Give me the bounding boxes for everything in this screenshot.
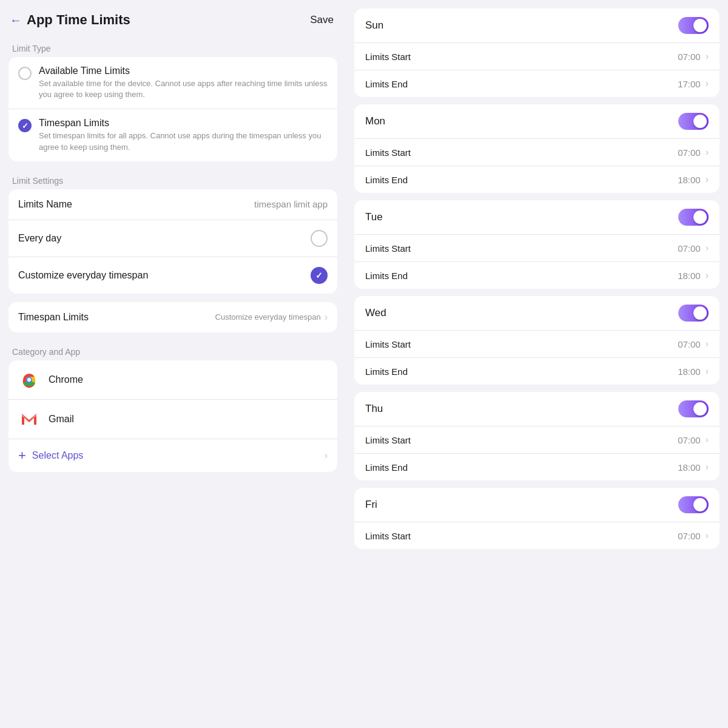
tue-limits-end-row[interactable]: Limits End 18:00 › — [354, 261, 720, 289]
wed-limits-start-value: 07:00 — [678, 339, 701, 349]
timespan-row-label: Timespan Limits — [18, 312, 89, 323]
save-button[interactable]: Save — [310, 14, 334, 26]
wed-day-name: Wed — [365, 307, 386, 319]
mon-limits-start-chevron: › — [706, 147, 709, 158]
thu-limits-end-chevron: › — [706, 462, 709, 473]
tue-limits-end-chevron: › — [706, 270, 709, 281]
sun-limits-end-row[interactable]: Limits End 17:00 › — [354, 70, 720, 97]
timespan-limits-radio[interactable] — [18, 119, 32, 132]
limits-name-label: Limits Name — [18, 199, 72, 210]
header-left: ← App Time Limits — [10, 12, 130, 28]
tue-limits-start-chevron: › — [706, 243, 709, 254]
sun-limits-start-row[interactable]: Limits Start 07:00 › — [354, 42, 720, 70]
mon-limits-start-row[interactable]: Limits Start 07:00 › — [354, 138, 720, 166]
mon-limits-end-row[interactable]: Limits End 18:00 › — [354, 166, 720, 193]
tue-limits-end-value: 18:00 — [678, 271, 701, 281]
gmail-app-row[interactable]: Gmail — [8, 399, 337, 439]
app-header: ← App Time Limits Save — [0, 0, 346, 38]
limits-name-value: timespan limit app — [254, 199, 328, 209]
thu-limits-end-label: Limits End — [365, 462, 408, 473]
customize-everyday-check[interactable]: ✓ — [311, 267, 328, 284]
chrome-app-name: Chrome — [49, 374, 83, 385]
customize-everyday-label: Customize everyday timespan — [18, 270, 148, 281]
wed-limits-start-chevron: › — [706, 339, 709, 349]
limit-settings-card: Limits Name timespan limit app Every day… — [8, 189, 337, 294]
mon-limits-end-value: 18:00 — [678, 175, 701, 185]
sun-toggle[interactable] — [678, 17, 709, 34]
every-day-label: Every day — [18, 233, 61, 244]
sun-day-name: Sun — [365, 19, 383, 32]
wed-limits-start-row[interactable]: Limits Start 07:00 › — [354, 330, 720, 357]
fri-limits-start-label: Limits Start — [365, 531, 411, 541]
mon-toggle[interactable] — [678, 113, 709, 130]
thu-limits-start-value: 07:00 — [678, 435, 701, 445]
thu-limits-start-chevron: › — [706, 434, 709, 445]
timespan-limits-title: Timespan Limits — [39, 118, 328, 129]
sun-limits-start-label: Limits Start — [365, 52, 411, 62]
fri-limits-start-chevron: › — [706, 530, 709, 541]
available-time-limits-title: Available Time Limits — [39, 66, 328, 76]
fri-header: Fri — [354, 488, 720, 522]
sun-limits-end-chevron: › — [706, 78, 709, 89]
day-card-fri: Fri Limits Start 07:00 › — [354, 488, 720, 549]
mon-day-name: Mon — [365, 115, 385, 127]
chrome-app-row[interactable]: Chrome — [8, 360, 337, 399]
day-card-mon: Mon Limits Start 07:00 › Limits End 18:0… — [354, 104, 720, 193]
wed-limits-end-value: 18:00 — [678, 366, 701, 377]
limits-name-row[interactable]: Limits Name timespan limit app — [8, 189, 337, 220]
available-time-limits-option[interactable]: Available Time Limits Set available time… — [8, 57, 337, 109]
gmail-icon — [18, 408, 40, 430]
tue-toggle[interactable] — [678, 209, 709, 226]
timespan-limits-desc: Set timespan limits for all apps. Cannot… — [39, 130, 328, 152]
wed-limits-end-row[interactable]: Limits End 18:00 › — [354, 357, 720, 385]
mon-header: Mon — [354, 104, 720, 138]
thu-limits-start-label: Limits Start — [365, 435, 411, 445]
back-button[interactable]: ← — [10, 13, 22, 27]
fri-day-name: Fri — [365, 499, 377, 511]
customize-everyday-row[interactable]: Customize everyday timespan ✓ — [8, 257, 337, 294]
category-app-card: Chrome Gmail + Select Apps — [8, 360, 337, 472]
timespan-row-right-text: Customize everyday timespan — [215, 312, 321, 322]
limit-type-card: Available Time Limits Set available time… — [8, 57, 337, 161]
every-day-row[interactable]: Every day — [8, 220, 337, 257]
wed-limits-end-chevron: › — [706, 366, 709, 377]
mon-limits-end-label: Limits End — [365, 175, 408, 185]
timespan-row[interactable]: Timespan Limits Customize everyday times… — [8, 302, 337, 332]
day-card-sun: Sun Limits Start 07:00 › Limits End 17:0… — [354, 8, 720, 97]
wed-limits-start-label: Limits Start — [365, 339, 411, 349]
mon-limits-end-chevron: › — [706, 174, 709, 185]
svg-point-3 — [27, 378, 31, 382]
limit-settings-section-label: Limit Settings — [0, 170, 346, 189]
tue-limits-start-row[interactable]: Limits Start 07:00 › — [354, 234, 720, 261]
fri-toggle[interactable] — [678, 496, 709, 513]
select-apps-row[interactable]: + Select Apps › — [8, 439, 337, 472]
thu-limits-start-row[interactable]: Limits Start 07:00 › — [354, 426, 720, 453]
tue-day-name: Tue — [365, 211, 383, 223]
wed-limits-end-label: Limits End — [365, 366, 408, 377]
sun-limits-end-label: Limits End — [365, 79, 408, 89]
sun-limits-start-chevron: › — [706, 51, 709, 62]
wed-toggle[interactable] — [678, 305, 709, 322]
day-card-thu: Thu Limits Start 07:00 › Limits End 18:0… — [354, 392, 720, 480]
thu-day-name: Thu — [365, 403, 383, 415]
select-apps-chevron-icon: › — [325, 450, 328, 461]
day-card-wed: Wed Limits Start 07:00 › Limits End 18:0… — [354, 296, 720, 385]
timespan-limits-option[interactable]: Timespan Limits Set timespan limits for … — [8, 109, 337, 161]
available-time-limits-radio[interactable] — [18, 67, 32, 80]
day-card-tue: Tue Limits Start 07:00 › Limits End 18:0… — [354, 200, 720, 289]
fri-limits-start-row[interactable]: Limits Start 07:00 › — [354, 522, 720, 549]
plus-icon: + — [18, 448, 26, 463]
thu-limits-end-row[interactable]: Limits End 18:00 › — [354, 453, 720, 480]
page-title: App Time Limits — [27, 12, 130, 28]
gmail-app-name: Gmail — [49, 414, 74, 425]
svg-rect-4 — [18, 408, 40, 430]
category-app-section-label: Category and App — [0, 341, 346, 360]
thu-header: Thu — [354, 392, 720, 426]
limit-type-section-label: Limit Type — [0, 38, 346, 57]
left-panel: ← App Time Limits Save Limit Type Availa… — [0, 0, 346, 728]
thu-toggle[interactable] — [678, 400, 709, 417]
mon-limits-start-value: 07:00 — [678, 147, 701, 158]
every-day-toggle[interactable] — [311, 230, 328, 247]
tue-limits-start-label: Limits Start — [365, 243, 411, 254]
timespan-chevron-icon: › — [325, 312, 328, 323]
